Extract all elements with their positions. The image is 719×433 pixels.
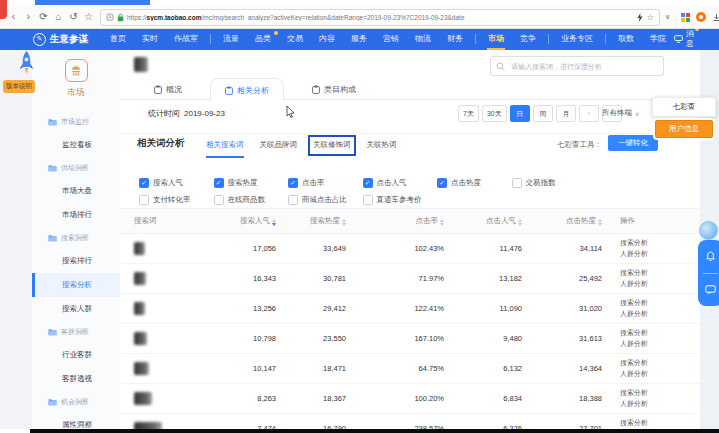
metric-click-heat[interactable]: ✓点击热度 — [437, 178, 512, 188]
home-icon[interactable]: ⌂ — [51, 7, 66, 27]
lightning-icon[interactable] — [637, 13, 643, 22]
sidebar-item-monitor-board[interactable]: 监控看板 — [32, 133, 120, 157]
one-click-convert-button[interactable]: 一键转化 — [608, 135, 658, 151]
date-button-day[interactable]: 日 — [510, 105, 530, 122]
nav-item-war-room[interactable]: 作战室 — [166, 28, 206, 50]
url-bar[interactable]: https://sycm.taobao.com/mc/mq/search_ana… — [100, 9, 660, 26]
checkbox-click-popularity[interactable]: ✓ — [363, 178, 373, 188]
col-header-click-popularity[interactable]: 点击人气 — [448, 216, 526, 226]
sidebar-item-search-ranking[interactable]: 搜索排行 — [32, 249, 120, 273]
subtab-related-hot-words[interactable]: 关联热词 — [367, 140, 397, 158]
stat-date[interactable]: 2019-09-23 — [184, 109, 225, 118]
extensions-grid-icon[interactable] — [681, 13, 690, 22]
back-icon[interactable]: ‹ — [6, 7, 21, 27]
checkbox-ztc-price[interactable] — [363, 195, 373, 205]
nav-item-traffic[interactable]: 流量 — [215, 28, 247, 50]
sort-icon[interactable] — [272, 219, 276, 226]
metric-click-rate[interactable]: ✓点击率 — [288, 178, 363, 188]
audience-analysis-link[interactable]: 人群分析 — [620, 399, 700, 409]
metric-payment-conversion[interactable]: 支付转化率 — [139, 195, 214, 205]
sidebar-item-attribute-insight[interactable]: 属性洞察 — [32, 413, 120, 429]
extension-menu-item[interactable]: 七彩查 — [652, 97, 716, 117]
reload-icon[interactable]: ⟳ — [36, 7, 51, 27]
nav-item-service[interactable]: 服务 — [343, 28, 375, 50]
sort-icon[interactable] — [518, 219, 522, 226]
nav-item-content[interactable]: 内容 — [311, 28, 343, 50]
chat-icon[interactable] — [705, 285, 716, 295]
col-header-click-rate[interactable]: 点击率 — [350, 216, 448, 226]
metric-mall-click-ratio[interactable]: 商城点击占比 — [288, 195, 363, 205]
keyword-search-box[interactable] — [490, 56, 664, 76]
date-button-week[interactable]: 周 — [533, 105, 553, 122]
checkbox-search-heat[interactable]: ✓ — [214, 178, 224, 188]
sidebar-item-search-analysis[interactable]: 搜索分析 — [32, 273, 120, 297]
terminal-filter[interactable]: 所有终端 ∨ — [602, 108, 639, 118]
sort-icon[interactable] — [440, 219, 444, 226]
metric-search-heat[interactable]: ✓搜索热度 — [214, 178, 289, 188]
checkbox-search-popularity[interactable]: ✓ — [139, 178, 149, 188]
search-analysis-link[interactable]: 搜索分析 — [620, 298, 700, 308]
version-label[interactable]: 版本说明 — [3, 80, 35, 93]
tab-category-composition[interactable]: 类目构成 — [298, 78, 370, 100]
bookmark-star-icon[interactable]: ☆ — [81, 7, 96, 27]
tab-relation-analysis[interactable]: 相关分析 — [210, 78, 284, 101]
checkbox-payment-conversion[interactable] — [139, 195, 149, 205]
date-prev-button[interactable]: ‹ — [579, 105, 599, 122]
messages-button[interactable]: 消息 — [674, 29, 694, 49]
sidebar-group-opportunity-insight[interactable]: 机会洞察 — [32, 391, 120, 413]
nav-item-academy[interactable]: 学院 — [642, 28, 674, 50]
search-input[interactable] — [509, 62, 658, 71]
reader-icon[interactable] — [106, 13, 114, 21]
page-bookmark-icon[interactable]: ☆ — [647, 13, 654, 22]
col-header-search-popularity[interactable]: 搜索人气 — [215, 216, 280, 226]
sidebar-item-industry-customer[interactable]: 行业客群 — [32, 343, 120, 367]
sidebar-group-market-monitor[interactable]: 市场监控 — [32, 111, 120, 133]
nav-item-competition[interactable]: 竞争 — [512, 28, 544, 50]
nav-item-trade[interactable]: 交易 — [279, 28, 311, 50]
app-logo[interactable]: ✎ 生意参谋 — [33, 33, 88, 46]
nav-item-home[interactable]: 首页 — [102, 28, 134, 50]
subtab-related-search-words[interactable]: 相关搜索词 — [206, 140, 244, 158]
search-analysis-link[interactable]: 搜索分析 — [620, 418, 700, 428]
search-analysis-link[interactable]: 搜索分析 — [620, 268, 700, 278]
nav-item-market[interactable]: 市场 — [480, 28, 512, 50]
download-icon[interactable] — [712, 13, 719, 22]
audience-analysis-link[interactable]: 人群分析 — [620, 369, 700, 379]
tab-overview[interactable]: 概况 — [140, 78, 196, 100]
sidebar-item-market-ranking[interactable]: 市场排行 — [32, 203, 120, 227]
checkbox-mall-click-ratio[interactable] — [288, 195, 298, 205]
sort-icon[interactable] — [342, 219, 346, 226]
checkbox-click-heat[interactable]: ✓ — [437, 178, 447, 188]
nav-item-data-query[interactable]: 取数 — [610, 28, 642, 50]
sidebar-item-search-audience[interactable]: 搜索人群 — [32, 297, 120, 321]
metric-transaction-index[interactable]: 交易指数 — [512, 178, 587, 188]
nav-item-finance[interactable]: 财务 — [439, 28, 471, 50]
search-analysis-link[interactable]: 搜索分析 — [620, 388, 700, 398]
bell-icon[interactable] — [705, 251, 716, 262]
col-header-search-heat[interactable]: 搜索热度 — [280, 216, 350, 226]
metric-search-popularity[interactable]: ✓搜索人气 — [139, 178, 214, 188]
assistant-mascot-icon[interactable] — [699, 221, 718, 240]
col-header-click-heat[interactable]: 点击热度 — [526, 216, 606, 226]
nav-item-logistics[interactable]: 物流 — [407, 28, 439, 50]
extension-orange-icon[interactable] — [696, 12, 706, 22]
checkbox-online-products[interactable] — [214, 195, 224, 205]
audience-analysis-link[interactable]: 人群分析 — [620, 309, 700, 319]
sidebar-group-supply-insight[interactable]: 供给洞察 — [32, 157, 120, 179]
metric-online-products[interactable]: 在线商品数 — [214, 195, 289, 205]
history-icon[interactable]: ↺ — [66, 7, 81, 27]
sort-icon[interactable] — [598, 219, 602, 226]
metric-click-popularity[interactable]: ✓点击人气 — [363, 178, 438, 188]
date-button-month[interactable]: 月 — [556, 105, 576, 122]
subtab-related-brand-words[interactable]: 关联品牌词 — [260, 140, 298, 158]
user-info-button[interactable]: 用户信息 — [655, 120, 713, 138]
nav-item-category[interactable]: 品类 — [247, 28, 279, 50]
search-analysis-link[interactable]: 搜索分析 — [620, 358, 700, 368]
audience-analysis-link[interactable]: 人群分析 — [620, 339, 700, 349]
audience-analysis-link[interactable]: 人群分析 — [620, 279, 700, 289]
sidebar-item-market-overview[interactable]: 市场大盘 — [32, 179, 120, 203]
subtab-related-modifier-words[interactable]: 关联修饰词 — [313, 140, 351, 158]
metric-ztc-price[interactable]: 直通车参考价 — [363, 195, 438, 205]
checkbox-transaction-index[interactable] — [512, 178, 522, 188]
nav-item-realtime[interactable]: 实时 — [134, 28, 166, 50]
